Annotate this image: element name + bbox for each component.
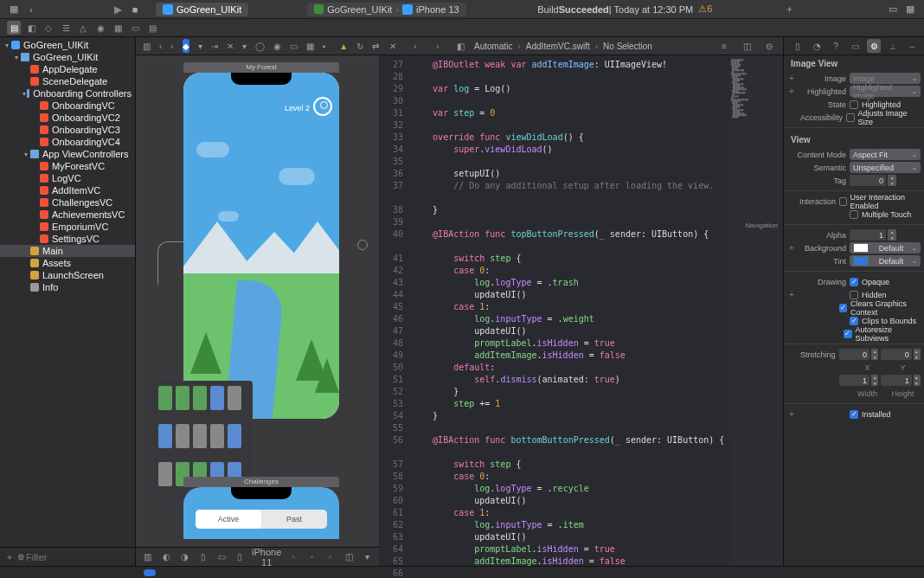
attributes-inspector-icon[interactable]: ⚙	[867, 39, 881, 53]
scene-preview-challenges[interactable]: Active Past	[183, 487, 339, 539]
ib-icon4[interactable]: ▾	[242, 39, 247, 53]
tree-item[interactable]: LogVC	[0, 172, 135, 184]
source-control-icon[interactable]: ◧	[24, 21, 38, 35]
run-button[interactable]: ▶	[110, 3, 125, 16]
ed-back-icon[interactable]: ‹	[408, 39, 422, 53]
device-label[interactable]: iPhone 11	[252, 547, 281, 568]
ib-icon[interactable]: ▾	[198, 39, 202, 53]
tab-current-file[interactable]: GoGreen_UIKit	[156, 3, 248, 16]
alpha-stepper[interactable]: ▴▾	[888, 229, 896, 241]
filter-input[interactable]	[26, 552, 145, 562]
segment-active[interactable]: Active	[196, 510, 261, 529]
automatic-icon[interactable]: ◧	[453, 39, 467, 53]
related-items-icon[interactable]: ▥	[143, 39, 151, 53]
stretch-w-stepper[interactable]: ▴▾	[871, 375, 878, 386]
hidden-check[interactable]	[850, 291, 858, 299]
connections-inspector-icon[interactable]: →	[905, 39, 919, 53]
tint-popup[interactable]: Default⌄	[850, 255, 921, 267]
code-minimap[interactable]: Navigation████ ████ ███ ██ ███ ███ ███ █…	[729, 55, 783, 566]
tree-item[interactable]: ChallengesVC	[0, 196, 135, 209]
tree-item[interactable]: EmporiumVC	[0, 221, 135, 233]
stretch-w[interactable]: 1	[839, 375, 869, 386]
zoom-in-icon[interactable]: ▫	[325, 550, 335, 564]
clips-check[interactable]: ✓	[850, 317, 858, 325]
close-assistant-icon[interactable]: ✕	[386, 39, 400, 53]
stop-button[interactable]: ■	[127, 3, 143, 16]
ed-split-icon[interactable]: ◫	[740, 39, 754, 53]
sidebar-toggle-icon[interactable]: ▦	[6, 3, 22, 16]
state-highlighted-check[interactable]	[850, 100, 858, 109]
symbol-navigator-icon[interactable]: ◇	[42, 21, 55, 35]
help-inspector-icon[interactable]: ?	[829, 39, 843, 53]
history-inspector-icon[interactable]: ◔	[810, 39, 824, 53]
find-navigator-icon[interactable]: ☰	[59, 21, 73, 35]
segue-arrow[interactable]	[157, 241, 183, 285]
tree-item[interactable]: Main	[0, 245, 135, 257]
stretch-h-stepper[interactable]: ▴▾	[914, 375, 921, 386]
tree-item[interactable]: ▾Onboarding Controllers	[0, 87, 135, 100]
breakpoint-navigator-icon[interactable]: ▭	[128, 21, 142, 35]
tree-item[interactable]: ▾GoGreen_UIKit	[0, 51, 135, 63]
project-tree[interactable]: ▾GoGreen_UIKit▾GoGreen_UIKitAppDelegateS…	[0, 37, 135, 547]
semantic-popup[interactable]: Unspecified⌄	[850, 162, 921, 173]
issue-navigator-icon[interactable]: △	[76, 21, 90, 35]
clears-check[interactable]: ✓	[839, 304, 847, 312]
file-inspector-icon[interactable]: ▯	[791, 39, 805, 53]
stretch-x[interactable]: 0	[839, 349, 869, 360]
code-text[interactable]: @IBOutlet weak var addItemImage: UIImage…	[408, 55, 783, 566]
tree-item[interactable]: AppDelegate	[0, 63, 135, 75]
device-icon2[interactable]: ▭	[216, 550, 226, 564]
orientation-icon[interactable]: ◐	[161, 550, 170, 564]
size-inspector-icon[interactable]: ⟂	[886, 39, 900, 53]
scene-preview-myforest[interactable]: Level 2	[183, 73, 339, 419]
autoresize-check[interactable]: ✓	[844, 330, 851, 338]
tree-item[interactable]: AddItemVC	[0, 184, 135, 196]
inspector-toggle-icon[interactable]: ▦	[902, 3, 918, 16]
add-file-icon[interactable]: ＋	[5, 550, 14, 564]
library-icon[interactable]: ▭	[885, 3, 901, 16]
ib-icon7[interactable]: ▭	[290, 39, 298, 53]
appearance-icon[interactable]: ◑	[180, 550, 189, 564]
ed-forward-icon[interactable]: ›	[431, 39, 445, 53]
opaque-check[interactable]: ✓	[850, 278, 858, 286]
tree-item[interactable]: ▾App ViewControllers	[0, 148, 135, 160]
ib-warn-icon[interactable]: ▲	[339, 39, 348, 53]
warnings-badge[interactable]: ⚠6	[698, 3, 712, 15]
zoom-actual-icon[interactable]: ▫	[307, 550, 317, 564]
segmented-control[interactable]: Active Past	[196, 510, 327, 529]
tree-item[interactable]: ▾GoGreen_UIKit	[0, 39, 135, 51]
filter-icon[interactable]: ⊚	[17, 550, 24, 564]
identity-inspector-icon[interactable]: ▭	[848, 39, 862, 53]
project-navigator-icon[interactable]: ▤	[7, 21, 21, 35]
tree-item[interactable]: OnboardingVC	[0, 100, 135, 112]
stretch-h[interactable]: 1	[881, 375, 911, 386]
tree-item[interactable]: OnboardingVC3	[0, 124, 135, 136]
tag-stepper[interactable]: ▴▾	[888, 175, 896, 186]
forward-icon[interactable]: ›	[170, 39, 173, 53]
alpha-field[interactable]: 1	[850, 229, 886, 241]
content-mode-popup[interactable]: Aspect Fit⌄	[850, 149, 921, 160]
tree-item[interactable]: SettingsVC	[0, 233, 135, 245]
ib-icon3[interactable]: ✕	[227, 39, 234, 53]
storyboard-canvas[interactable]: My Forest Level 2	[136, 55, 379, 547]
embed-icon[interactable]: ▾	[363, 550, 372, 564]
constraints-icon[interactable]: ◫	[343, 550, 353, 564]
background-popup[interactable]: Default⌄	[850, 242, 921, 254]
ed-close-icon[interactable]: ⊖	[762, 39, 776, 53]
debug-navigator-icon[interactable]: ▦	[111, 21, 125, 35]
zoom-out-icon[interactable]: ▫	[288, 550, 298, 564]
scene-title-2[interactable]: Challenges	[183, 477, 339, 487]
ib-icon2[interactable]: ⇥	[211, 39, 218, 53]
installed-check[interactable]: ✓	[850, 410, 858, 419]
accessibility-check[interactable]	[846, 113, 855, 122]
editor-jumpbar[interactable]: ✕ ‹ › ◧ Automatic› AddItemVC.swift› No S…	[379, 37, 783, 55]
stretch-y-stepper[interactable]: ▴▾	[914, 349, 921, 360]
ib-icon5[interactable]: ◯	[255, 39, 265, 53]
tag-field[interactable]: 0	[850, 175, 886, 186]
back-icon[interactable]: ‹	[159, 39, 162, 53]
ib-adjust-icon[interactable]: ◆	[183, 39, 189, 53]
tree-item[interactable]: LaunchScreen	[0, 269, 135, 281]
ib-refresh-icon[interactable]: ↻	[356, 39, 363, 53]
add-tab-icon[interactable]: ＋	[781, 3, 797, 16]
stretch-y[interactable]: 0	[881, 349, 911, 360]
